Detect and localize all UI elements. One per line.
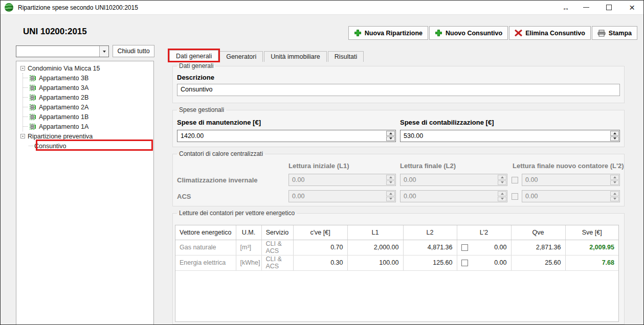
window-title: Ripartizione spese secondo UNI10200:2015 <box>18 4 138 11</box>
group-legend: Contatori di calore centralizzati <box>177 150 265 157</box>
ripartizione-combobox[interactable] <box>16 45 109 57</box>
spin-down-icon <box>386 197 395 202</box>
close-button[interactable]: × <box>620 1 643 15</box>
col-qve[interactable]: Qve <box>511 225 565 240</box>
elimina-consuntivo-button[interactable]: Elimina Consuntivo <box>509 26 591 40</box>
col-um[interactable]: U.M. <box>236 225 261 240</box>
nuova-ripartizione-button[interactable]: Nuova Ripartizione <box>348 26 428 40</box>
acs-l2-spinner: 0.00 <box>400 190 507 202</box>
clim-l1-spinner: 0.00 <box>288 174 396 186</box>
apartment-icon <box>29 123 36 130</box>
title-bar: Ripartizione spese secondo UNI10200:2015… <box>1 1 643 15</box>
chevron-down-icon <box>103 51 106 53</box>
group-spese-gestionali: Spese gestionali Spese di manutenzione [… <box>172 110 625 147</box>
acs-l1-spinner: 0.00 <box>288 190 396 202</box>
tab-risultati[interactable]: Risultati <box>328 51 364 62</box>
stampa-button[interactable]: Stampa <box>592 26 637 40</box>
nuovo-contatore-checkbox[interactable] <box>461 244 468 251</box>
printer-icon <box>597 30 606 37</box>
acs-nuovo-contatore-checkbox <box>512 193 518 200</box>
spin-down-icon <box>610 197 619 202</box>
collapse-icon[interactable] <box>20 66 25 71</box>
tree-node-appartamento-2b[interactable]: Appartamento 2B <box>23 92 153 102</box>
tree-node-appartamento-1a[interactable]: Appartamento 1A <box>23 122 153 131</box>
minimize-button[interactable] <box>574 1 597 15</box>
apartment-icon <box>29 84 36 91</box>
minimize-icon <box>583 7 589 8</box>
tree-node-condominio[interactable]: Condominio Via Micca 15 <box>19 63 153 73</box>
clim-l2n-spinner: 0.00 <box>522 174 620 186</box>
tree-node-appartamento-3b[interactable]: Appartamento 3B <box>23 73 153 83</box>
maximize-icon <box>606 5 612 10</box>
manutenzione-spinner[interactable]: 1420.00 <box>177 130 396 142</box>
spin-down-icon[interactable] <box>386 136 395 142</box>
group-contatori: Contatori di calore centralizzati Lettur… <box>172 154 625 206</box>
app-window: Ripartizione spese secondo UNI10200:2015… <box>0 0 644 325</box>
tab-unita-immobiliare[interactable]: Unità immobiliare <box>264 51 327 62</box>
spin-up-icon <box>610 191 619 196</box>
contabilizzazione-label: Spese di contabilizzazione [€] <box>400 119 494 126</box>
spin-up-icon[interactable] <box>610 131 619 136</box>
spin-up-icon <box>386 191 395 196</box>
col-header-l2: Lettura finale (L2) <box>400 162 456 170</box>
spin-down-icon <box>498 180 506 185</box>
spin-down-icon <box>610 180 619 185</box>
structure-tree: Condominio Via Micca 15 Appartamento 3B … <box>16 61 154 325</box>
col-header-l1: Lettura iniziale (L1) <box>288 162 349 170</box>
descrizione-input[interactable]: Consuntivo <box>177 84 620 96</box>
nuovo-contatore-checkbox[interactable] <box>461 260 468 266</box>
col-l2[interactable]: L2 <box>403 225 457 240</box>
group-legend: Letture dei contatori per vettore energe… <box>177 210 297 217</box>
tree-node-consuntivo[interactable]: Consuntivo <box>23 141 153 151</box>
group-letture: Letture dei contatori per vettore energe… <box>172 213 625 324</box>
app-logo-icon <box>5 3 13 12</box>
tab-generatori[interactable]: Generatori <box>219 51 263 62</box>
col-l1[interactable]: L1 <box>347 225 403 240</box>
tree-node-appartamento-2a[interactable]: Appartamento 2A <box>23 102 153 112</box>
acs-label: ACS <box>177 193 191 200</box>
col-servizio[interactable]: Servizio <box>261 225 293 240</box>
nuovo-consuntivo-button[interactable]: Nuovo Consuntivo <box>429 26 508 40</box>
combobox-dropdown-button[interactable] <box>99 46 108 57</box>
col-header-l2n: Lettura finale nuovo contatore (L'2) <box>513 162 624 170</box>
collapse-icon[interactable] <box>20 134 25 138</box>
tab-dati-generali[interactable]: Dati generali <box>169 50 218 62</box>
descrizione-label: Descrizione <box>177 74 214 81</box>
tree-node-ripartizione-preventiva[interactable]: Ripartizione preventiva <box>19 131 153 141</box>
maximize-button[interactable] <box>597 1 620 15</box>
col-vettore[interactable]: Vettore energetico <box>175 225 236 240</box>
col-sve[interactable]: Sve [€] <box>565 225 618 240</box>
apartment-icon <box>29 113 36 121</box>
toolbar: Nuova Ripartizione Nuovo Consuntivo Elim… <box>348 26 637 40</box>
clim-nuovo-contatore-checkbox <box>512 177 518 183</box>
spin-down-icon <box>498 197 506 202</box>
spin-up-icon <box>610 175 619 180</box>
col-cve[interactable]: c've [€] <box>293 225 347 240</box>
apartment-icon <box>29 75 36 82</box>
manutenzione-label: Spese di manutenzione [€] <box>177 119 261 126</box>
group-dati-generali: Dati generali Descrizione Consuntivo <box>172 66 625 103</box>
col-l2n[interactable]: L'2 <box>457 225 511 240</box>
group-legend: Dati generali <box>177 62 215 69</box>
climatizzazione-label: Climatizzazione invernale <box>177 176 258 184</box>
apartment-icon <box>29 104 36 111</box>
spin-down-icon[interactable] <box>610 136 619 142</box>
table-row-gas-naturale[interactable]: Gas naturale [m³] CLI & ACS 0.70 2,000.0… <box>175 240 618 255</box>
tree-node-appartamento-1b[interactable]: Appartamento 1B <box>23 112 153 122</box>
contabilizzazione-spinner[interactable]: 530.00 <box>400 130 620 142</box>
add-icon <box>354 29 362 37</box>
spin-up-icon <box>498 191 506 196</box>
letture-table: Vettore energetico U.M. Servizio c've [€… <box>175 225 619 322</box>
tree-node-appartamento-3a[interactable]: Appartamento 3A <box>23 83 153 92</box>
window-controls: ↔ × <box>557 1 643 14</box>
clim-l2-spinner: 0.00 <box>400 174 507 186</box>
spin-up-icon <box>498 175 506 180</box>
add-icon <box>435 29 442 37</box>
table-header-row: Vettore energetico U.M. Servizio c've [€… <box>175 225 618 240</box>
page-title: UNI 10200:2015 <box>23 27 87 37</box>
apartment-icon <box>29 94 36 101</box>
resize-horizontal-icon[interactable]: ↔ <box>557 1 574 15</box>
spin-up-icon[interactable] <box>386 131 395 136</box>
chiudi-tutto-button[interactable]: Chiudi tutto <box>113 45 154 57</box>
table-row-energia-elettrica[interactable]: Energia elettrica [kWhe] CLI & ACS 0.30 … <box>175 255 618 270</box>
